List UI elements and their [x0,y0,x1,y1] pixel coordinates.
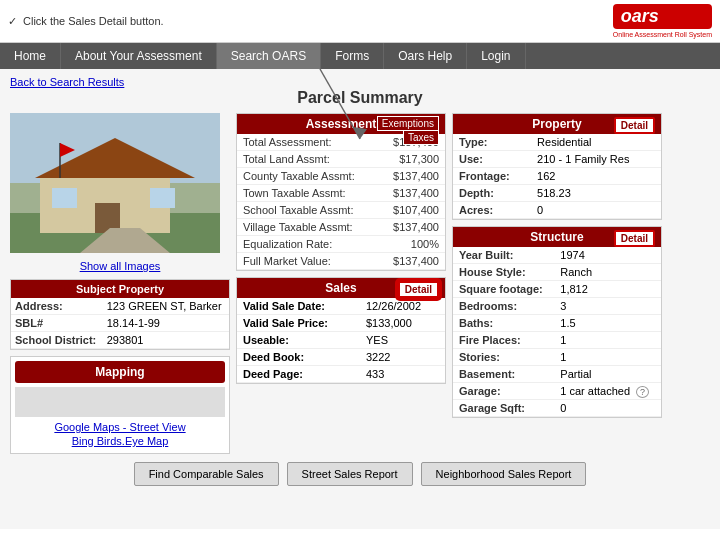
main-nav: Home About Your Assessment Search OARS F… [0,43,720,69]
cell-value: 433 [360,366,445,383]
cell-label: Depth: [453,185,531,202]
table-row: Basement:Partial [453,366,661,383]
nav-about[interactable]: About Your Assessment [61,43,217,69]
oars-logo: oars [613,4,712,29]
cell-value: 1 car attached ? [554,383,661,400]
table-row: Equalization Rate:100% [237,236,445,253]
cell-label: Deed Book: [237,349,360,366]
structure-header: Structure Detail [453,227,661,247]
cell-label: Fire Places: [453,332,554,349]
page-title: Parcel Summary [10,89,710,107]
cell-value: 0 [531,202,661,219]
property-table: Type:Residential Use:210 - 1 Family Res … [453,134,661,219]
table-row: Garage: 1 car attached ? [453,383,661,400]
bing-map-link[interactable]: Bing Birds.Eye Map [15,435,225,447]
cell-label: School District: [11,332,103,349]
find-comparable-sales-button[interactable]: Find Comparable Sales [134,462,279,486]
nav-login[interactable]: Login [467,43,525,69]
cell-value: 3 [554,298,661,315]
cell-label: Square footage: [453,281,554,298]
main-content: Back to Search Results Parcel Summary [0,69,720,529]
table-row: Stories:1 [453,349,661,366]
table-row: SBL# 18.14-1-99 [11,315,229,332]
assessment-box: Assessment Exemptions Taxes Total Assess… [236,113,446,271]
sales-detail-button[interactable]: Detail [398,281,439,298]
cell-value: YES [360,332,445,349]
table-row: Valid Sale Date:12/26/2002 [237,298,445,315]
google-maps-link[interactable]: Google Maps - Street View [15,421,225,433]
cell-label: Full Market Value: [237,253,379,270]
table-row: Depth:518.23 [453,185,661,202]
assessment-table: Total Assessment:$137,400 Total Land Ass… [237,134,445,270]
mapping-button[interactable]: Mapping [15,361,225,383]
subject-property-header: Subject Property [11,280,229,298]
cell-value: 12/26/2002 [360,298,445,315]
content-grid: Show all Images Subject Property Address… [10,113,710,454]
property-image [10,113,220,253]
property-header: Property Detail [453,114,661,134]
structure-detail-button[interactable]: Detail [614,230,655,247]
cell-label: Bedrooms: [453,298,554,315]
cell-label: Garage: [453,383,554,400]
cell-label: Equalization Rate: [237,236,379,253]
neighborhood-sales-report-button[interactable]: Neighborhood Sales Report [421,462,587,486]
table-row: Acres:0 [453,202,661,219]
cell-label: Valid Sale Price: [237,315,360,332]
cell-label: Acres: [453,202,531,219]
cell-value: 1 [554,332,661,349]
table-row: Bedrooms:3 [453,298,661,315]
bottom-buttons: Find Comparable Sales Street Sales Repor… [10,462,710,486]
street-sales-report-button[interactable]: Street Sales Report [287,462,413,486]
instruction-bar: ✓ Click the Sales Detail button. oars On… [0,0,720,43]
cell-value: $137,400 [379,168,445,185]
sales-box: Sales Detail Valid Sale Date:12/26/2002 … [236,277,446,384]
cell-label: Stories: [453,349,554,366]
cell-value: $133,000 [360,315,445,332]
property-detail-button[interactable]: Detail [614,117,655,134]
cell-label: SBL# [11,315,103,332]
cell-value: Ranch [554,264,661,281]
table-row: Town Taxable Assmt:$137,400 [237,185,445,202]
nav-forms[interactable]: Forms [321,43,384,69]
table-row: Baths:1.5 [453,315,661,332]
table-row: Valid Sale Price:$133,000 [237,315,445,332]
cell-value: 518.23 [531,185,661,202]
back-link[interactable]: Back to Search Results [10,76,124,88]
cell-value: $107,400 [379,202,445,219]
nav-home[interactable]: Home [0,43,61,69]
cell-label: Use: [453,151,531,168]
taxes-button[interactable]: Taxes [403,130,439,145]
cell-label: Total Land Assmt: [237,151,379,168]
table-row: House Style:Ranch [453,264,661,281]
cell-value: Partial [554,366,661,383]
cell-value: $137,400 [379,219,445,236]
table-row: Village Taxable Assmt:$137,400 [237,219,445,236]
svg-rect-9 [150,188,175,208]
subject-property-table: Address: 123 GREEN ST, Barker SBL# 18.14… [11,298,229,349]
cell-label: Total Assessment: [237,134,379,151]
show-images-link[interactable]: Show all Images [10,259,230,273]
cell-value: 162 [531,168,661,185]
checkmark-icon: ✓ [8,15,17,28]
nav-help[interactable]: Oars Help [384,43,467,69]
cell-value: 3222 [360,349,445,366]
exemptions-button[interactable]: Exemptions [377,116,439,131]
cell-value: $137,400 [379,185,445,202]
cell-value: $137,400 [379,253,445,270]
logo-subtitle: Online Assessment Roll System [613,31,712,38]
help-icon[interactable]: ? [636,386,649,398]
table-row: Fire Places:1 [453,332,661,349]
svg-rect-8 [52,188,77,208]
nav-search[interactable]: Search OARS [217,43,321,69]
table-row: County Taxable Assmt:$137,400 [237,168,445,185]
cell-label: Useable: [237,332,360,349]
table-row: Total Land Assmt:$17,300 [237,151,445,168]
cell-label: Basement: [453,366,554,383]
table-row: Deed Book:3222 [237,349,445,366]
table-row: School Taxable Assmt:$107,400 [237,202,445,219]
cell-value: 293801 [103,332,229,349]
cell-label: Garage Sqft: [453,400,554,417]
table-row: Deed Page:433 [237,366,445,383]
subject-property-box: Subject Property Address: 123 GREEN ST, … [10,279,230,350]
cell-label: Frontage: [453,168,531,185]
